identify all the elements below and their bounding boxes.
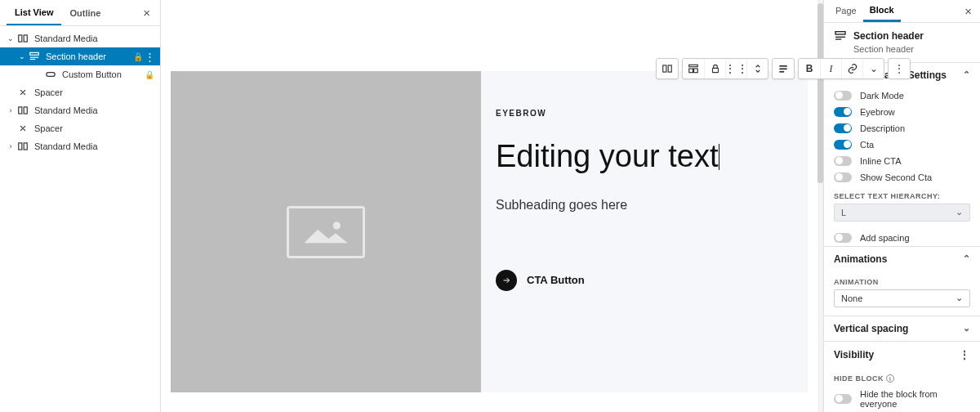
chevron-down-icon[interactable]: ⌄ <box>862 59 884 78</box>
lock-icon: 🔒 <box>132 52 144 61</box>
tree-label: Section header <box>46 52 132 61</box>
svg-rect-2 <box>30 52 39 55</box>
tab-page[interactable]: Page <box>829 0 863 22</box>
cta-button[interactable]: CTA Button <box>496 270 808 291</box>
header-icon <box>28 50 41 63</box>
toggle-dark-mode[interactable]: Dark Mode <box>824 87 980 104</box>
lock-icon: 🔒 <box>144 70 155 79</box>
tree-label: Standard Media <box>34 105 155 115</box>
toggle-add-spacing[interactable]: Add spacing <box>824 230 980 246</box>
svg-point-19 <box>333 222 341 229</box>
subheading-text[interactable]: Subheading goes here <box>496 198 808 213</box>
block-type-icon[interactable] <box>657 59 678 78</box>
svg-rect-14 <box>694 69 698 73</box>
chevron-right-icon[interactable]: › <box>5 142 16 150</box>
toggle-inline-cta[interactable]: Inline CTA <box>824 153 980 169</box>
close-icon[interactable]: × <box>961 4 975 18</box>
select-hierarchy[interactable]: L⌄ <box>834 204 970 222</box>
layout-icon[interactable] <box>683 59 704 78</box>
tree-row-standard-media[interactable]: › Standard Media <box>0 137 160 155</box>
hide-block-label: HIDE BLOCKi <box>824 368 980 386</box>
svg-rect-0 <box>19 35 22 42</box>
arrow-right-icon <box>496 270 517 291</box>
media-placeholder[interactable] <box>171 71 481 392</box>
tree-row-spacer[interactable]: · Spacer <box>0 83 160 101</box>
svg-rect-11 <box>668 65 671 72</box>
bold-icon[interactable]: B <box>799 59 820 78</box>
chevron-up-icon: ⌃ <box>963 69 970 80</box>
tree-row-spacer[interactable]: · Spacer <box>0 119 160 137</box>
select-hierarchy-label: SELECT TEXT HIERARCHY: <box>824 186 980 204</box>
align-icon[interactable] <box>773 59 794 78</box>
svg-rect-8 <box>19 143 22 150</box>
svg-rect-15 <box>712 68 718 72</box>
tab-list-view[interactable]: List View <box>7 0 61 25</box>
move-icon[interactable] <box>746 59 768 78</box>
tree-row-standard-media[interactable]: › Standard Media <box>0 101 160 119</box>
svg-rect-16 <box>779 65 786 67</box>
tree-row-custom-button[interactable]: · Custom Button 🔒 <box>0 65 160 83</box>
cta-label: CTA Button <box>527 274 585 286</box>
columns-icon <box>16 32 29 45</box>
more-icon[interactable]: ⋮ <box>959 348 970 361</box>
tree-row-section-header[interactable]: ⌄ Section header 🔒 ⋮ <box>0 47 160 65</box>
chevron-up-icon: ⌃ <box>963 253 970 264</box>
svg-rect-10 <box>663 65 666 72</box>
info-icon[interactable]: i <box>886 374 894 383</box>
editor-canvas: ⋮⋮ B I ⌄ ⋮ EYEBROW Editing your text Sub… <box>161 0 817 412</box>
svg-rect-7 <box>24 107 27 114</box>
italic-icon[interactable]: I <box>820 59 841 78</box>
section-vertical-spacing[interactable]: Vertical spacing⌄ <box>824 316 980 341</box>
tree-label: Spacer <box>34 87 155 97</box>
toggle-show-second-cta[interactable]: Show Second Cta <box>824 169 980 186</box>
eyebrow-text[interactable]: EYEBROW <box>496 109 808 118</box>
tab-outline[interactable]: Outline <box>61 0 109 25</box>
svg-rect-12 <box>689 65 698 66</box>
right-tabs: Page Block × <box>824 0 980 23</box>
button-icon <box>44 68 57 81</box>
tree-label: Standard Media <box>34 34 155 43</box>
more-icon[interactable]: ⋮ <box>889 59 910 78</box>
tree-row-standard-media[interactable]: ⌄ Standard Media <box>0 29 160 47</box>
columns-icon <box>16 140 29 153</box>
left-tabs: List View Outline × <box>0 0 160 26</box>
tree-label: Spacer <box>34 123 155 133</box>
toggle-hide-block[interactable]: Hide the block from everyone <box>824 386 980 412</box>
link-icon[interactable] <box>841 59 862 78</box>
svg-rect-1 <box>24 35 27 42</box>
chevron-down-icon[interactable]: ⌄ <box>5 34 16 43</box>
block-identity: Section header <box>824 23 980 43</box>
tree-label: Standard Media <box>34 141 155 151</box>
spacer-icon <box>16 86 29 99</box>
tree-label: Custom Button <box>62 69 144 79</box>
heading-text[interactable]: Editing your text <box>496 141 718 173</box>
animation-label: ANIMATION <box>824 271 980 289</box>
block-name: Section header <box>853 30 924 42</box>
chevron-down-icon[interactable]: ⌄ <box>16 52 28 60</box>
more-icon[interactable]: ⋮ <box>144 51 155 63</box>
lock-icon[interactable] <box>704 59 725 78</box>
svg-rect-13 <box>689 69 693 73</box>
toggle-description[interactable]: Description <box>824 120 980 137</box>
tab-block[interactable]: Block <box>863 0 901 22</box>
drag-icon[interactable]: ⋮⋮ <box>725 59 746 78</box>
image-placeholder-icon <box>287 206 365 258</box>
svg-rect-9 <box>24 143 27 150</box>
section-header-block[interactable]: EYEBROW Editing your text Subheading goe… <box>171 71 808 392</box>
chevron-down-icon: ⌄ <box>956 293 963 303</box>
section-visibility[interactable]: Visibility⋮ <box>824 341 980 368</box>
select-animation[interactable]: None⌄ <box>834 289 970 307</box>
close-icon[interactable]: × <box>140 6 154 20</box>
chevron-right-icon[interactable]: › <box>5 106 16 114</box>
spacer-icon <box>16 122 29 135</box>
chevron-down-icon: ⌄ <box>963 323 970 334</box>
text-column: EYEBROW Editing your text Subheading goe… <box>481 71 808 392</box>
toggle-eyebrow[interactable]: Eyebrow <box>824 104 980 120</box>
block-toolbar: ⋮⋮ B I ⌄ ⋮ <box>656 58 911 79</box>
svg-rect-17 <box>779 68 786 69</box>
columns-icon <box>16 104 29 117</box>
section-animations[interactable]: Animations⌃ <box>824 246 980 271</box>
svg-rect-5 <box>47 73 56 77</box>
toggle-cta[interactable]: Cta <box>824 137 980 153</box>
block-tree: ⌄ Standard Media ⌄ Section header 🔒 ⋮ · … <box>0 26 160 159</box>
